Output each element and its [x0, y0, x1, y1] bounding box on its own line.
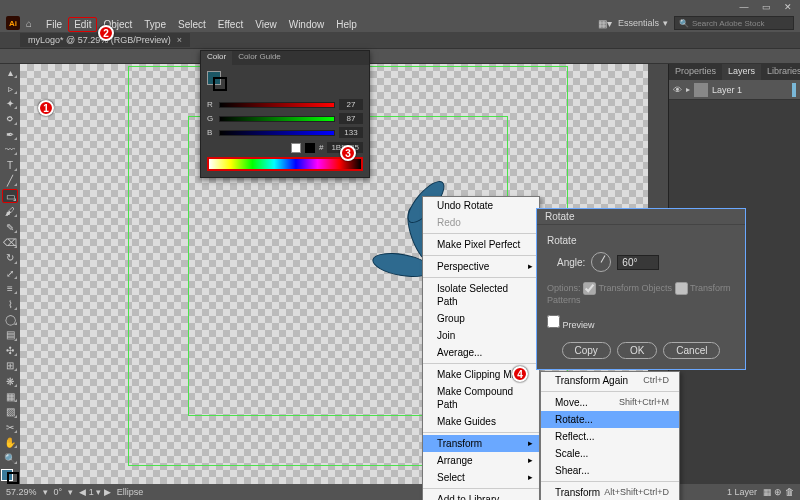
tool-dsel[interactable]: ▹: [2, 81, 18, 94]
tool-col[interactable]: ▦: [2, 390, 18, 403]
layer-row[interactable]: 👁 ▸ Layer 1: [669, 80, 800, 100]
tool-slice[interactable]: ✂: [2, 421, 18, 434]
maximize-button[interactable]: ▭: [758, 2, 774, 12]
layer-color-bar: [792, 83, 796, 97]
cloud-doc-icon[interactable]: ▦▾: [598, 18, 612, 29]
tool-line[interactable]: ╱: [2, 174, 18, 187]
ctx-add-to-library[interactable]: Add to Library: [423, 491, 539, 500]
tool-scale[interactable]: ⤢: [2, 267, 18, 280]
ctx-perspective[interactable]: Perspective: [423, 258, 539, 275]
ctx-join[interactable]: Join: [423, 327, 539, 344]
tool-rect[interactable]: ▭: [2, 189, 18, 203]
tool-curv[interactable]: 〰: [2, 143, 18, 156]
menu-file[interactable]: File: [40, 17, 68, 32]
tool-rot[interactable]: ↻: [2, 251, 18, 264]
ctx-arrange[interactable]: Arrange: [423, 452, 539, 469]
ctx-make-compound-path[interactable]: Make Compound Path: [423, 383, 539, 413]
sub-scale-[interactable]: Scale...: [541, 445, 679, 462]
visibility-icon[interactable]: 👁: [673, 85, 682, 95]
sub-transform-again[interactable]: Transform AgainCtrl+D: [541, 372, 679, 389]
angle-dial[interactable]: [591, 252, 611, 272]
tool-sym[interactable]: ❋: [2, 374, 18, 387]
black-swatch[interactable]: [305, 143, 315, 153]
sub-transform-each-[interactable]: Transform Each...Alt+Shift+Ctrl+D: [541, 484, 679, 500]
tool-pencil[interactable]: ✎: [2, 220, 18, 233]
menu-effect[interactable]: Effect: [212, 17, 249, 32]
angle-input[interactable]: 60°: [617, 255, 659, 270]
close-window-button[interactable]: ✕: [780, 2, 796, 12]
menu-type[interactable]: Type: [138, 17, 172, 32]
layer-panel-icons[interactable]: ▦ ⊕ 🗑: [763, 487, 794, 497]
tool-type[interactable]: T: [2, 158, 18, 171]
menu-window[interactable]: Window: [283, 17, 331, 32]
tool-grad[interactable]: ▤: [2, 328, 18, 341]
search-input[interactable]: 🔍Search Adobe Stock: [674, 16, 794, 30]
r-slider[interactable]: [219, 102, 335, 108]
spectrum-picker[interactable]: [207, 157, 363, 171]
color-swatch-pair[interactable]: [207, 71, 227, 91]
tool-drop[interactable]: ✣: [2, 344, 18, 357]
ctx-make-pixel-perfect[interactable]: Make Pixel Perfect: [423, 236, 539, 253]
ctx-average-[interactable]: Average...: [423, 344, 539, 361]
menu-edit[interactable]: Edit: [68, 17, 97, 32]
color-tab[interactable]: Color: [201, 51, 232, 65]
document-tabs: myLogo* @ 57.29% (RGB/Preview) ×: [0, 32, 800, 48]
color-guide-tab[interactable]: Color Guide: [232, 51, 287, 65]
tool-brush[interactable]: 🖌: [2, 205, 18, 218]
tool-shape[interactable]: ◯: [2, 313, 18, 326]
rotate-dialog[interactable]: Rotate Rotate Angle: 60° Options: Transf…: [536, 208, 746, 370]
minimize-button[interactable]: —: [736, 2, 752, 12]
tool-pen[interactable]: ✒: [2, 128, 18, 141]
preview-checkbox[interactable]: [547, 315, 560, 328]
panel-tab-properties[interactable]: Properties: [669, 64, 722, 80]
cancel-button[interactable]: Cancel: [663, 342, 720, 359]
panel-tab-layers[interactable]: Layers: [722, 64, 761, 80]
tool-mesh[interactable]: ⊞: [2, 359, 18, 372]
menubar: Ai ⌂ FileEditObjectTypeSelectEffectViewW…: [0, 14, 800, 32]
ctx-select[interactable]: Select: [423, 469, 539, 486]
g-slider[interactable]: [219, 116, 335, 122]
tool-zoom[interactable]: 🔍: [2, 451, 18, 464]
sub-shear-[interactable]: Shear...: [541, 462, 679, 479]
layer-thumbnail: [694, 83, 708, 97]
transform-objects-checkbox: [583, 282, 596, 295]
tool-warp[interactable]: ⌇: [2, 297, 18, 310]
callout-2: 2: [98, 25, 114, 41]
ctx-group[interactable]: Group: [423, 310, 539, 327]
copy-button[interactable]: Copy: [562, 342, 611, 359]
ctx-make-guides[interactable]: Make Guides: [423, 413, 539, 430]
ctx-isolate-selected-path[interactable]: Isolate Selected Path: [423, 280, 539, 310]
os-titlebar: — ▭ ✕: [0, 0, 800, 14]
home-icon[interactable]: ⌂: [26, 18, 32, 29]
g-value[interactable]: 87: [339, 113, 363, 124]
menu-help[interactable]: Help: [330, 17, 363, 32]
close-tab-icon[interactable]: ×: [177, 35, 182, 45]
panel-tab-libraries[interactable]: Libraries: [761, 64, 800, 80]
tool-art[interactable]: ▧: [2, 405, 18, 418]
ctx-undo-rotate[interactable]: Undo Rotate: [423, 197, 539, 214]
rotate-view[interactable]: 0°: [54, 487, 63, 497]
ctx-transform[interactable]: Transform: [423, 435, 539, 452]
b-slider[interactable]: [219, 130, 335, 136]
layer-name[interactable]: Layer 1: [712, 85, 742, 95]
tool-lasso[interactable]: ⭘: [2, 112, 18, 125]
tool-hand[interactable]: ✋: [2, 436, 18, 449]
menu-view[interactable]: View: [249, 17, 283, 32]
b-value[interactable]: 133: [339, 127, 363, 138]
tool-erase[interactable]: ⌫: [2, 236, 18, 249]
zoom-level[interactable]: 57.29%: [6, 487, 37, 497]
sub-move-[interactable]: Move...Shift+Ctrl+M: [541, 394, 679, 411]
tool-width[interactable]: ≡: [2, 282, 18, 295]
ok-button[interactable]: OK: [617, 342, 657, 359]
workspace-switcher[interactable]: Essentials▾: [618, 18, 668, 28]
r-value[interactable]: 27: [339, 99, 363, 110]
tool-wand[interactable]: ✦: [2, 97, 18, 110]
artboard-nav[interactable]: ◀ 1 ▾ ▶: [79, 487, 111, 497]
sub-reflect-[interactable]: Reflect...: [541, 428, 679, 445]
menu-select[interactable]: Select: [172, 17, 212, 32]
sub-rotate-[interactable]: Rotate...: [541, 411, 679, 428]
fill-stroke-swatches[interactable]: [1, 469, 19, 484]
disclosure-icon[interactable]: ▸: [686, 85, 690, 94]
white-swatch[interactable]: [291, 143, 301, 153]
tool-sel[interactable]: ▴: [2, 66, 18, 79]
